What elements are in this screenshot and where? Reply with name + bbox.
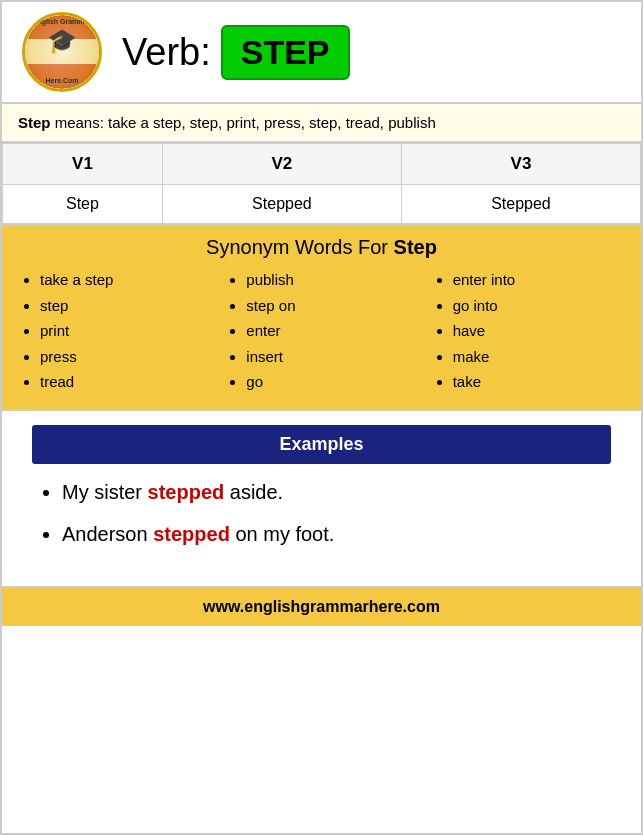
means-bold-word: Step [18, 114, 51, 131]
means-text: means: take a step, step, print, press, … [51, 114, 436, 131]
footer: www.englishgrammarhere.com [2, 586, 641, 626]
synonym-columns: take a step step print press tread publi… [2, 267, 641, 409]
example-2-after: on my foot. [230, 523, 335, 545]
example-item-1: My sister stepped aside. [62, 478, 611, 506]
synonym-section: Synonym Words For Step take a step step … [2, 226, 641, 411]
examples-header: Examples [32, 425, 611, 464]
list-item: take [453, 369, 621, 395]
synonym-title-bold: Step [394, 236, 437, 258]
col-v1: V1 [3, 144, 163, 185]
list-item: print [40, 318, 208, 344]
footer-url: www.englishgrammarhere.com [203, 598, 440, 615]
list-item: take a step [40, 267, 208, 293]
list-item: have [453, 318, 621, 344]
example-1-after: aside. [224, 481, 283, 503]
word-badge: STEP [221, 25, 350, 80]
v3-value: Stepped [401, 185, 640, 224]
col-v3: V3 [401, 144, 640, 185]
synonym-title-normal: Synonym Words For [206, 236, 393, 258]
logo: 🎓 English Grammar Here.Com [22, 12, 102, 92]
synonym-col-1: take a step step print press tread [12, 267, 218, 395]
v2-value: Stepped [162, 185, 401, 224]
list-item: publish [246, 267, 414, 293]
list-item: enter [246, 318, 414, 344]
table-section: V1 V2 V3 Step Stepped Stepped [2, 143, 641, 226]
example-item-2: Anderson stepped on my foot. [62, 520, 611, 548]
list-item: enter into [453, 267, 621, 293]
list-item: make [453, 344, 621, 370]
v1-value: Step [3, 185, 163, 224]
example-2-before: Anderson [62, 523, 153, 545]
synonym-col-3: enter into go into have make take [425, 267, 631, 395]
list-item: insert [246, 344, 414, 370]
list-item: press [40, 344, 208, 370]
logo-text-bottom: Here.Com [25, 77, 99, 84]
list-item: step [40, 293, 208, 319]
logo-text-top: English Grammar [25, 18, 99, 25]
logo-inner: 🎓 English Grammar Here.Com [25, 15, 99, 89]
examples-body: My sister stepped aside. Anderson steppe… [2, 464, 641, 576]
means-section: Step means: take a step, step, print, pr… [2, 104, 641, 143]
synonym-title: Synonym Words For Step [2, 226, 641, 267]
verb-table: V1 V2 V3 Step Stepped Stepped [2, 143, 641, 224]
logo-hat-icon: 🎓 [47, 27, 77, 55]
col-v2: V2 [162, 144, 401, 185]
list-item: go into [453, 293, 621, 319]
example-1-highlight: stepped [148, 481, 225, 503]
example-2-highlight: stepped [153, 523, 230, 545]
verb-label: Verb: [122, 31, 211, 74]
table-row: Step Stepped Stepped [3, 185, 641, 224]
header: 🎓 English Grammar Here.Com Verb: STEP [2, 2, 641, 104]
example-1-before: My sister [62, 481, 148, 503]
list-item: step on [246, 293, 414, 319]
synonym-col-2: publish step on enter insert go [218, 267, 424, 395]
list-item: go [246, 369, 414, 395]
list-item: tread [40, 369, 208, 395]
